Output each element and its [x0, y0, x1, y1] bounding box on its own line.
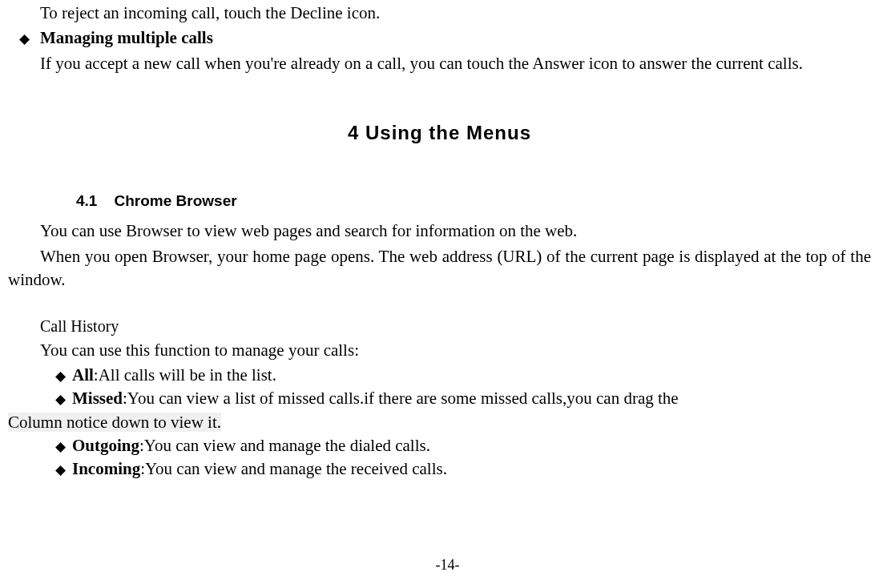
highlighted-text: Column notice down to view it. [8, 413, 221, 432]
subsection-title: 4.1 Chrome Browser [76, 191, 871, 212]
subsection-label: Chrome Browser [115, 192, 237, 209]
list-item: ◆ Missed:You can view a list of missed c… [48, 387, 871, 410]
list-item-text: :You can view a list of missed calls.if … [123, 389, 679, 408]
list-item-content: Outgoing:You can view and manage the dia… [72, 434, 871, 457]
list-item-label: All [72, 365, 94, 385]
diamond-icon: ◆ [48, 390, 72, 409]
document-page: To reject an incoming call, touch the De… [0, 2, 879, 588]
reject-call-text: To reject an incoming call, touch the De… [8, 2, 871, 25]
list-item: ◆ All:All calls will be in the list. [48, 364, 871, 387]
call-history-list: ◆ All:All calls will be in the list. ◆ M… [48, 364, 871, 481]
subsection-number: 4.1 [76, 192, 97, 209]
list-item: ◆ Incoming:You can view and manage the r… [48, 457, 871, 481]
list-item-text: :All calls will be in the list. [94, 365, 276, 385]
diamond-icon: ◆ [8, 30, 40, 49]
list-item-content: Missed:You can view a list of missed cal… [72, 387, 871, 410]
list-item-label: Incoming [72, 459, 140, 478]
list-item-content: All:All calls will be in the list. [72, 364, 871, 387]
list-item-content: Incoming:You can view and manage the rec… [72, 457, 871, 481]
call-history-heading: Call History [40, 315, 871, 337]
managing-calls-heading: Managing multiple calls [40, 26, 871, 50]
browser-paragraph-2: When you open Browser, your home page op… [8, 245, 871, 292]
page-number: -14- [8, 555, 879, 575]
managing-calls-heading-row: ◆ Managing multiple calls [8, 26, 871, 50]
diamond-icon: ◆ [48, 437, 72, 457]
call-history-intro: You can use this function to manage your… [8, 339, 871, 362]
list-item-text: :You can view and manage the dialed call… [139, 436, 430, 455]
list-item-wrap: Column notice down to view it. [8, 411, 871, 434]
list-item-text: :You can view and manage the received ca… [140, 459, 447, 478]
diamond-icon: ◆ [48, 367, 72, 386]
list-item: ◆ Outgoing:You can view and manage the d… [48, 434, 871, 457]
list-item-label: Outgoing [72, 436, 139, 455]
diamond-icon: ◆ [48, 461, 72, 480]
section-title: 4 Using the Menus [8, 119, 871, 147]
managing-calls-body: If you accept a new call when you're alr… [8, 52, 871, 75]
browser-paragraph-1: You can use Browser to view web pages an… [8, 219, 871, 243]
list-item-label: Missed [72, 389, 123, 408]
